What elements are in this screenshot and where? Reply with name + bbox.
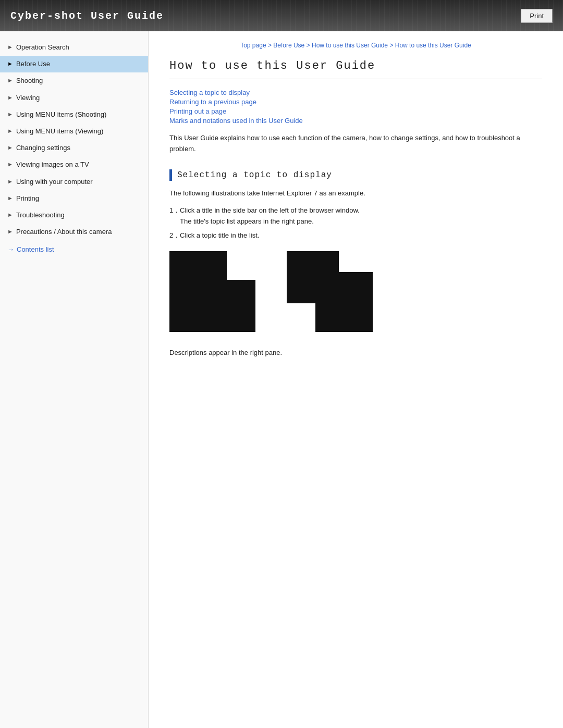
breadcrumb-current: How to use this User Guide <box>395 42 471 49</box>
sidebar-arrow-10: ► <box>7 211 13 219</box>
sidebar-item-4[interactable]: ►Using MENU items (Shooting) <box>0 106 148 123</box>
sidebar-arrow-8: ► <box>7 178 13 186</box>
page-layout: ►Operation Search►Before Use►Shooting►Vi… <box>0 31 563 728</box>
sidebar-item-9[interactable]: ►Printing <box>0 190 148 207</box>
print-button[interactable]: Print <box>521 9 553 23</box>
sidebar-item-7[interactable]: ►Viewing images on a TV <box>0 156 148 173</box>
page-title: How to use this User Guide <box>169 59 542 79</box>
sidebar-arrow-5: ► <box>7 127 13 135</box>
sidebar-label-2: Shooting <box>16 76 43 85</box>
step-1: 1． Click a title in the side bar on the … <box>169 205 542 227</box>
sidebar-arrow-11: ► <box>7 228 13 236</box>
sidebar-arrow-7: ► <box>7 161 13 168</box>
sidebar-arrow-3: ► <box>7 94 13 102</box>
header: Cyber-shot User Guide Print <box>0 0 563 31</box>
sidebar-item-10[interactable]: ►Troubleshooting <box>0 207 148 224</box>
breadcrumb-sep2: > <box>307 42 312 49</box>
sidebar-label-6: Changing settings <box>16 143 70 153</box>
sidebar: ►Operation Search►Before Use►Shooting►Vi… <box>0 31 149 728</box>
sidebar-label-1: Before Use <box>16 59 50 69</box>
header-title: Cyber-shot User Guide <box>10 10 164 22</box>
section1-sub-text: The following illustrations take Interne… <box>169 188 542 199</box>
sidebar-item-5[interactable]: ►Using MENU items (Viewing) <box>0 123 148 140</box>
sidebar-item-2[interactable]: ►Shooting <box>0 72 148 89</box>
step1-sub: The title's topic list appears in the ri… <box>180 216 542 227</box>
sidebar-arrow-6: ► <box>7 144 13 152</box>
sidebar-label-11: Precautions / About this camera <box>16 227 112 237</box>
sidebar-label-5: Using MENU items (Viewing) <box>16 127 103 136</box>
descriptions-text: Descriptions appear in the right pane. <box>169 348 542 359</box>
toc-link-marks[interactable]: Marks and notations used in this User Gu… <box>169 117 542 125</box>
breadcrumb-sep3: > <box>389 42 395 49</box>
sidebar-label-3: Viewing <box>16 93 40 103</box>
step2-number: 2． <box>169 230 180 241</box>
main-content: Top page > Before Use > How to use this … <box>149 31 563 728</box>
toc-link-return[interactable]: Returning to a previous page <box>169 98 542 106</box>
sidebar-arrow-2: ► <box>7 77 13 84</box>
sidebar-arrow-9: ► <box>7 194 13 202</box>
arrow-right-icon: → <box>7 245 14 253</box>
sidebar-item-3[interactable]: ►Viewing <box>0 90 148 106</box>
breadcrumb-howtouse[interactable]: How to use this User Guide <box>312 42 388 49</box>
sidebar-label-4: Using MENU items (Shooting) <box>16 110 106 119</box>
sidebar-item-11[interactable]: ►Precautions / About this camera <box>0 224 148 240</box>
sidebar-item-6[interactable]: ►Changing settings <box>0 140 148 156</box>
contents-list-link[interactable]: → Contents list <box>0 240 148 258</box>
sidebar-item-1[interactable]: ►Before Use <box>0 56 148 72</box>
sidebar-arrow-4: ► <box>7 110 13 118</box>
sidebar-arrow-1: ► <box>7 60 13 68</box>
step-2: 2． Click a topic title in the list. <box>169 230 542 241</box>
toc-link-print[interactable]: Printing out a page <box>169 107 542 115</box>
sidebar-label-10: Troubleshooting <box>16 211 65 220</box>
screenshot-2 <box>287 251 373 332</box>
sidebar-label-0: Operation Search <box>16 43 69 52</box>
section1-title-text: Selecting a topic to display <box>177 170 332 180</box>
breadcrumb: Top page > Before Use > How to use this … <box>169 42 542 49</box>
step2-text: Click a topic title in the list. <box>180 231 259 239</box>
breadcrumb-toppage[interactable]: Top page <box>240 42 266 49</box>
breadcrumb-beforeuse[interactable]: Before Use <box>273 42 304 49</box>
steps-list: 1． Click a title in the side bar on the … <box>169 205 542 241</box>
sidebar-label-8: Using with your computer <box>16 177 93 187</box>
section1-title: Selecting a topic to display <box>169 169 542 181</box>
toc-links: Selecting a topic to display Returning t… <box>169 89 542 125</box>
screenshots-row <box>169 251 542 332</box>
breadcrumb-sep1: > <box>268 42 273 49</box>
section-bar-icon <box>169 169 172 181</box>
sidebar-arrow-0: ► <box>7 43 13 51</box>
contents-list-label: Contents list <box>17 245 54 253</box>
sidebar-item-0[interactable]: ►Operation Search <box>0 39 148 56</box>
screenshot-1 <box>169 251 255 332</box>
intro-text: This User Guide explains how to use each… <box>169 133 542 155</box>
sidebar-item-8[interactable]: ►Using with your computer <box>0 174 148 190</box>
sidebar-label-9: Printing <box>16 194 39 203</box>
step1-text: Click a title in the side bar on the lef… <box>180 206 542 227</box>
sidebar-label-7: Viewing images on a TV <box>16 160 89 169</box>
toc-link-select[interactable]: Selecting a topic to display <box>169 89 542 96</box>
step1-number: 1． <box>169 205 180 216</box>
